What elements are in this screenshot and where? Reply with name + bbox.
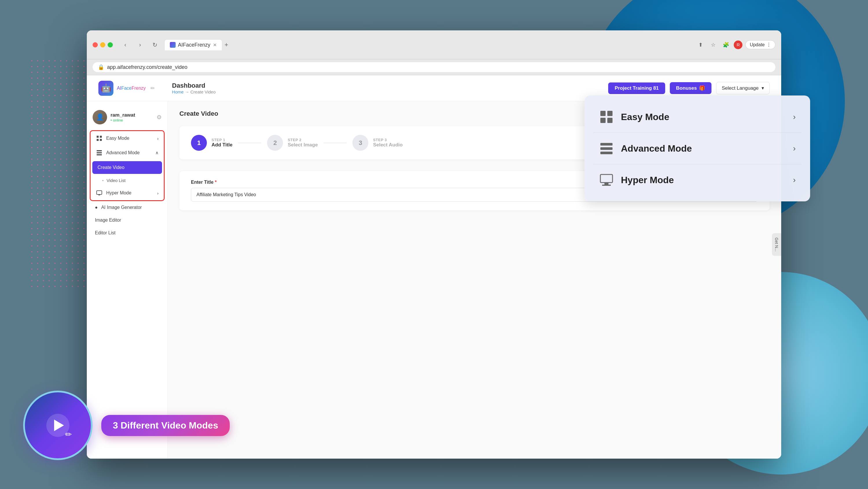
promo-circle-inner: ✏: [46, 414, 69, 437]
dot-green[interactable]: [107, 42, 113, 48]
update-button[interactable]: Update ⋮: [745, 40, 775, 49]
sidebar-item-hyper-mode[interactable]: Hyper Mode ›: [91, 186, 164, 200]
language-selector[interactable]: Select Language ▾: [716, 82, 770, 94]
logo-icon: 🤖: [98, 81, 114, 96]
project-training-button[interactable]: Project Training 81: [608, 83, 665, 94]
active-tab[interactable]: AIFaceFrenzy ✕: [164, 39, 222, 50]
svg-rect-14: [600, 147, 613, 150]
back-button[interactable]: ‹: [120, 40, 130, 50]
overlay-easy-mode-item[interactable]: Easy Mode ›: [593, 101, 802, 133]
svg-rect-2: [97, 139, 99, 141]
svg-rect-7: [97, 191, 102, 194]
bonuses-label: Bonuses: [676, 85, 697, 91]
extensions-icon[interactable]: 🧩: [721, 40, 731, 50]
step-1-name: Add Title: [212, 142, 232, 148]
create-video-label: Create Video: [97, 165, 124, 170]
pencil-icon: ✏: [65, 430, 72, 439]
step-2: 2 Step 2 Select Image: [267, 135, 318, 151]
step-1-label: Step 1: [212, 138, 232, 142]
get-notification-tab[interactable]: Get N...: [772, 233, 781, 256]
play-icon-bg: ✏: [46, 414, 69, 437]
promo-circle: ✏: [23, 391, 93, 460]
step-2-name: Select Image: [288, 142, 318, 148]
overlay-advanced-mode-arrow: ›: [793, 144, 796, 153]
hyper-mode-icon: [96, 189, 103, 196]
bonuses-button[interactable]: Bonuses 🎁: [670, 82, 712, 94]
overlay-advanced-mode-icon: [599, 141, 614, 156]
browser-actions: ⬆ ☆ 🧩 R Update ⋮: [695, 40, 775, 50]
overlay-hyper-mode-arrow: ›: [793, 175, 796, 185]
header-right: Project Training 81 Bonuses 🎁 Select Lan…: [608, 82, 770, 94]
required-indicator: *: [215, 180, 216, 185]
user-avatar: 👤: [93, 110, 107, 124]
profile-icon[interactable]: R: [734, 40, 742, 49]
overlay-easy-mode-label: Easy Mode: [621, 112, 786, 122]
overlay-hyper-mode-label: Hyper Mode: [621, 175, 786, 185]
step-3: 3 Step 3 Select Audio: [352, 135, 402, 151]
svg-rect-10: [607, 111, 613, 116]
tab-label: AIFaceFrenzy: [178, 42, 210, 48]
svg-rect-18: [602, 185, 611, 186]
user-info: 👤 ram_rawat online ⚙: [87, 107, 167, 130]
sidebar-item-create-video[interactable]: Create Video: [92, 161, 162, 174]
settings-icon[interactable]: ⚙: [157, 114, 162, 121]
overlay-advanced-mode-item[interactable]: Advanced Mode ›: [593, 133, 802, 164]
svg-rect-8: [98, 194, 100, 195]
dashboard-title: Dashboard: [172, 82, 216, 89]
ai-image-gen-label: AI Image Generator: [101, 205, 142, 210]
step-2-label: Step 2: [288, 138, 318, 142]
svg-rect-4: [97, 150, 102, 151]
reload-button[interactable]: ↻: [150, 40, 160, 50]
overlay-panel: Easy Mode › Advanced Mode › Hyper Mode ›: [585, 95, 810, 202]
step-3-name: Select Audio: [373, 142, 402, 148]
svg-rect-6: [97, 154, 102, 155]
overlay-hyper-mode-item[interactable]: Hyper Mode ›: [593, 164, 802, 195]
easy-mode-arrow: ›: [157, 136, 159, 141]
share-icon[interactable]: ⬆: [695, 40, 705, 50]
svg-rect-9: [600, 111, 606, 116]
forward-button[interactable]: ›: [135, 40, 145, 50]
browser-dots: [93, 42, 113, 48]
svg-rect-0: [97, 136, 99, 138]
sidebar-item-image-editor[interactable]: Image Editor: [90, 214, 165, 226]
step-3-number: 3: [352, 135, 368, 151]
svg-rect-11: [600, 118, 606, 123]
address-bar[interactable]: 🔒 app.aifacefrenzy.com/create_video: [93, 62, 775, 72]
step-2-number: 2: [267, 135, 283, 151]
update-label: Update: [750, 42, 765, 48]
browser-chrome: ‹ › ↻ AIFaceFrenzy ✕ + ⬆ ☆ 🧩 R Update ⋮: [87, 30, 781, 59]
sidebar-item-advanced-mode[interactable]: Advanced Mode ∧: [91, 146, 164, 160]
dot-red[interactable]: [93, 42, 98, 48]
dot-yellow[interactable]: [100, 42, 105, 48]
play-icon-triangle: [54, 420, 64, 431]
tab-close-button[interactable]: ✕: [213, 42, 217, 48]
sidebar-highlight-box: Easy Mode › Advanced Mode ∧ Create Video: [90, 130, 165, 201]
step-3-label: Step 3: [373, 138, 402, 142]
tab-bar: AIFaceFrenzy ✕ +: [164, 39, 691, 50]
dropdown-arrow-icon: ▾: [762, 85, 764, 91]
new-tab-button[interactable]: +: [224, 41, 228, 49]
advanced-mode-label: Advanced Mode: [106, 150, 140, 155]
overlay-advanced-mode-label: Advanced Mode: [621, 143, 786, 154]
video-list-label: Video List: [106, 178, 126, 183]
hyper-mode-label: Hyper Mode: [106, 190, 131, 195]
ai-image-gen-icon: ●: [95, 205, 98, 210]
sidebar-item-easy-mode[interactable]: Easy Mode ›: [91, 131, 164, 146]
sidebar-item-editor-list[interactable]: Editor List: [90, 226, 165, 239]
overlay-hyper-mode-icon: [599, 173, 614, 187]
svg-rect-5: [97, 152, 102, 153]
gift-icon: 🎁: [699, 85, 705, 91]
sidebar-item-ai-image-gen[interactable]: ● AI Image Generator: [90, 201, 165, 214]
breadcrumb-separator: →: [185, 89, 190, 94]
user-name: ram_rawat: [111, 112, 135, 118]
enter-title-label: Enter Title: [191, 180, 214, 185]
breadcrumb-home[interactable]: Home: [172, 89, 184, 94]
bookmark-icon[interactable]: ☆: [708, 40, 718, 50]
easy-mode-icon: [96, 135, 103, 142]
address-bar-row: 🔒 app.aifacefrenzy.com/create_video: [87, 59, 781, 75]
overlay-easy-mode-arrow: ›: [793, 112, 796, 122]
logo-frenzy: Frenzy: [132, 86, 146, 91]
breadcrumb-current: Create Video: [190, 89, 216, 94]
step-divider-2: [323, 143, 347, 143]
sidebar-item-video-list[interactable]: Video List: [91, 175, 164, 186]
